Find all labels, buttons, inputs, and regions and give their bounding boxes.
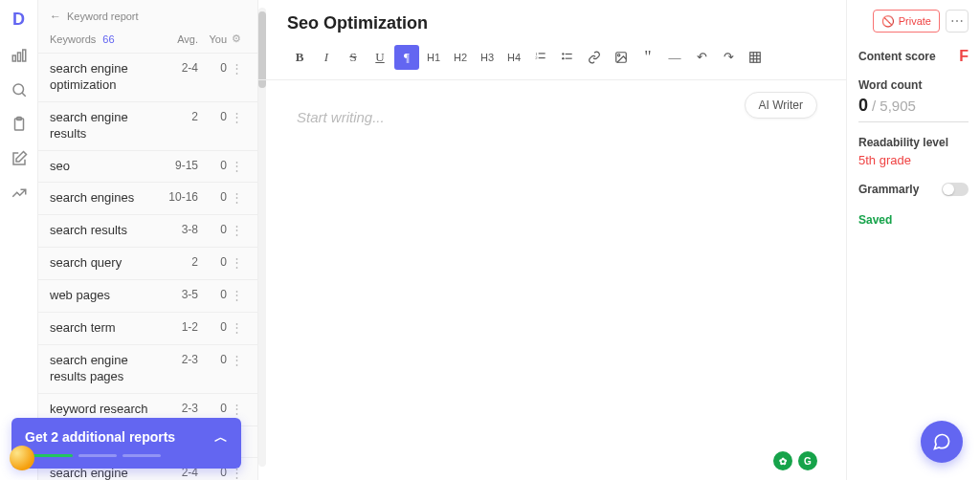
chart-icon[interactable] bbox=[11, 47, 28, 64]
svg-rect-2 bbox=[22, 50, 25, 61]
image-button[interactable] bbox=[609, 45, 634, 70]
clipboard-icon[interactable] bbox=[11, 116, 28, 133]
keyword-row[interactable]: search engine results pages2-30⋮ bbox=[38, 345, 257, 394]
svg-point-11 bbox=[562, 53, 564, 55]
keyword-text: search query bbox=[50, 255, 164, 272]
editor-body[interactable]: AI Writer Start writing... bbox=[258, 80, 846, 480]
italic-button[interactable]: I bbox=[314, 45, 339, 70]
keyword-you: 0 bbox=[198, 110, 227, 123]
back-arrow-icon[interactable]: ← bbox=[50, 10, 61, 23]
keyword-text: search engine results bbox=[50, 110, 164, 142]
keyword-avg: 2 bbox=[164, 110, 198, 123]
document-title[interactable]: Seo Optimization bbox=[258, 0, 846, 39]
keyword-row[interactable]: search term1-20⋮ bbox=[38, 313, 257, 345]
keyword-text: keyword research bbox=[50, 402, 164, 418]
gear-icon[interactable]: ⚙ bbox=[227, 33, 246, 45]
row-menu-icon[interactable]: ⋮ bbox=[227, 190, 246, 205]
content-score-grade: F bbox=[959, 48, 969, 65]
grammarly-label: Grammarly bbox=[858, 183, 919, 196]
avatar[interactable] bbox=[10, 446, 34, 470]
keyword-avg: 2-4 bbox=[164, 61, 198, 75]
undo-button[interactable]: ↶ bbox=[689, 45, 714, 70]
keyword-row[interactable]: search engines10-160⋮ bbox=[38, 183, 257, 215]
row-menu-icon[interactable]: ⋮ bbox=[227, 288, 246, 302]
keyword-row[interactable]: search engine results20⋮ bbox=[38, 102, 257, 151]
ai-writer-button[interactable]: AI Writer bbox=[745, 92, 817, 119]
nav-rail: D bbox=[0, 0, 38, 480]
trend-icon[interactable] bbox=[11, 185, 28, 202]
word-count-value: 0 bbox=[858, 96, 868, 116]
row-menu-icon[interactable]: ⋮ bbox=[227, 353, 246, 367]
lock-icon: 🚫 bbox=[881, 15, 895, 28]
row-menu-icon[interactable]: ⋮ bbox=[227, 61, 246, 76]
badge-icon[interactable]: ✿ bbox=[773, 451, 792, 470]
link-button[interactable] bbox=[582, 45, 607, 70]
keyword-avg: 2-3 bbox=[164, 402, 198, 415]
h2-button[interactable]: H2 bbox=[448, 45, 473, 70]
more-button[interactable]: ⋯ bbox=[946, 10, 969, 33]
keyword-text: seo bbox=[50, 159, 164, 175]
svg-rect-1 bbox=[17, 53, 20, 61]
grammarly-badge-icon[interactable]: G bbox=[798, 451, 817, 470]
keyword-you: 0 bbox=[198, 320, 227, 334]
keyword-list: search engine optimization2-40⋮search en… bbox=[38, 54, 257, 480]
hr-button[interactable]: — bbox=[662, 45, 687, 70]
col-avg: Avg. bbox=[164, 33, 198, 45]
editor-badges: ✿ G bbox=[773, 451, 817, 470]
readability-label: Readability level bbox=[858, 136, 969, 149]
col-you: You bbox=[198, 33, 227, 45]
keyword-avg: 3-8 bbox=[164, 223, 198, 236]
saved-status: Saved bbox=[858, 213, 969, 227]
h1-button[interactable]: H1 bbox=[421, 45, 446, 70]
content-score-label: Content score bbox=[858, 50, 936, 63]
sidebar-right: 🚫Private ⋯ Content score F Word count 0 … bbox=[846, 0, 980, 480]
paragraph-button[interactable]: ¶ bbox=[394, 45, 419, 70]
svg-line-4 bbox=[22, 93, 26, 97]
keyword-you: 0 bbox=[198, 288, 227, 301]
row-menu-icon[interactable]: ⋮ bbox=[227, 159, 246, 173]
keyword-you: 0 bbox=[198, 223, 227, 236]
underline-button[interactable]: U bbox=[368, 45, 392, 70]
row-menu-icon[interactable]: ⋮ bbox=[227, 320, 246, 335]
row-menu-icon[interactable]: ⋮ bbox=[227, 110, 246, 124]
row-menu-icon[interactable]: ⋮ bbox=[227, 255, 246, 270]
panel-title: Keyword report bbox=[67, 11, 139, 22]
keyword-row[interactable]: seo9-150⋮ bbox=[38, 151, 257, 184]
keyword-you: 0 bbox=[198, 190, 227, 204]
app-logo[interactable]: D bbox=[12, 10, 25, 30]
keyword-avg: 10-16 bbox=[164, 190, 198, 204]
svg-point-16 bbox=[618, 55, 620, 56]
keyword-row[interactable]: search query20⋮ bbox=[38, 248, 257, 280]
private-button[interactable]: 🚫Private bbox=[873, 10, 940, 33]
word-count-target: / 5,905 bbox=[872, 98, 916, 114]
bold-button[interactable]: B bbox=[287, 45, 312, 70]
h4-button[interactable]: H4 bbox=[501, 45, 526, 70]
keyword-text: search term bbox=[50, 320, 164, 337]
row-menu-icon[interactable]: ⋮ bbox=[227, 402, 246, 416]
quote-button[interactable]: " bbox=[635, 45, 660, 70]
keyword-row[interactable]: search engine optimization2-40⋮ bbox=[38, 54, 257, 102]
redo-button[interactable]: ↷ bbox=[716, 45, 741, 70]
keyword-text: search results bbox=[50, 223, 164, 239]
keyword-you: 0 bbox=[198, 402, 227, 415]
keyword-row[interactable]: search results3-80⋮ bbox=[38, 215, 257, 248]
unordered-list-button[interactable] bbox=[555, 45, 580, 70]
ordered-list-button[interactable]: 12 bbox=[528, 45, 553, 70]
svg-rect-17 bbox=[750, 53, 761, 63]
promo-banner[interactable]: Get 2 additional reports ︿ bbox=[11, 418, 241, 469]
grammarly-toggle[interactable] bbox=[942, 183, 969, 196]
help-fab[interactable] bbox=[921, 421, 963, 463]
strike-button[interactable]: S bbox=[341, 45, 366, 70]
table-button[interactable] bbox=[743, 45, 768, 70]
keyword-row[interactable]: web pages3-50⋮ bbox=[38, 280, 257, 313]
col-keywords: Keywords bbox=[50, 33, 96, 45]
keyword-avg: 1-2 bbox=[164, 320, 198, 334]
edit-icon[interactable] bbox=[11, 150, 28, 167]
search-icon[interactable] bbox=[11, 81, 28, 98]
keyword-you: 0 bbox=[198, 255, 227, 269]
row-menu-icon[interactable]: ⋮ bbox=[227, 223, 246, 237]
keyword-you: 0 bbox=[198, 353, 227, 366]
editor-toolbar: B I S U ¶ H1 H2 H3 H4 12 " — ↶ ↷ bbox=[258, 39, 846, 80]
editor-placeholder: Start writing... bbox=[297, 109, 808, 125]
h3-button[interactable]: H3 bbox=[475, 45, 500, 70]
